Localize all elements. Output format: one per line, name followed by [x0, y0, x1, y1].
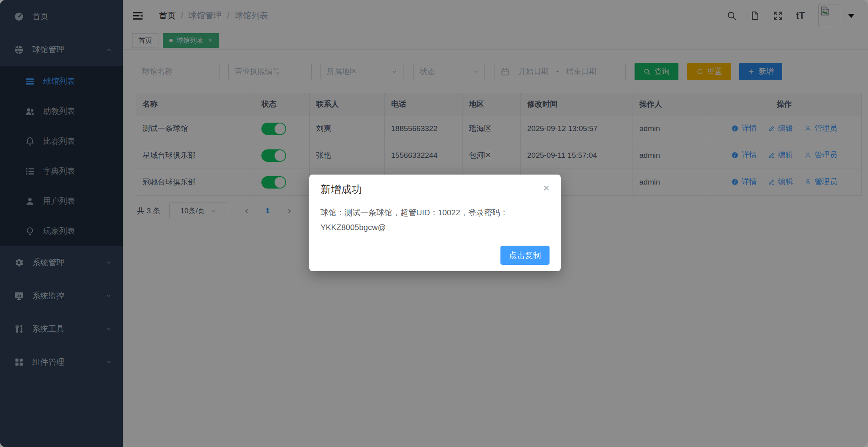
modal-title: 新增成功 [320, 183, 362, 197]
copy-button[interactable]: 点击复制 [500, 246, 550, 265]
close-icon[interactable]: × [543, 183, 550, 194]
app-window: 首页 球馆管理 球馆列表 助教列表 比赛列表 字典列表 [0, 0, 868, 447]
add-success-modal: 新增成功 × 球馆：测试一条球馆，超管UID：10022，登录密码：YKKZ80… [309, 175, 561, 271]
modal-message: 球馆：测试一条球馆，超管UID：10022，登录密码：YKKZ8005bgcw@ [320, 205, 546, 235]
modal-header: 新增成功 × [320, 183, 550, 197]
